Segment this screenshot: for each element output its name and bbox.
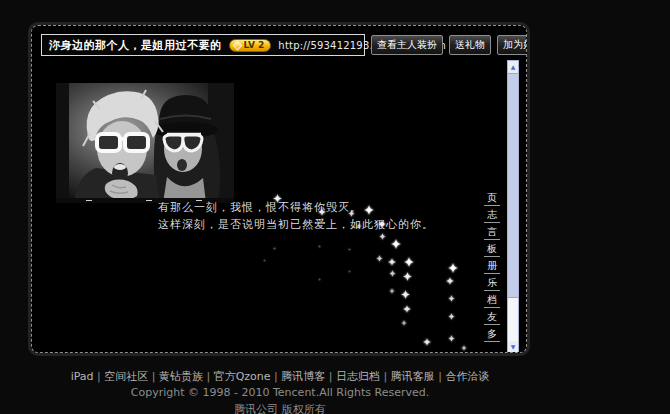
scrollbar-thumb[interactable] [508,73,518,298]
profile-title: 沵身边的那个人，是姐用过不要的 [49,38,222,53]
side-nav-divider [484,345,500,353]
sparkle-icon [379,233,386,240]
footer-link[interactable]: 空间社区 [104,370,148,383]
footer-link[interactable]: 日志归档 [336,370,380,383]
sparkle-icon [389,288,395,294]
side-nav-item[interactable]: 友 [484,311,500,325]
side-nav-item[interactable]: 乐 [484,277,500,291]
scroll-up-button[interactable]: ▲ [508,61,518,73]
top-bar: 沵身边的那个人，是姐用过不要的 LV 2 http://593412193.qz… [41,34,518,56]
qzone-canvas: 沵身边的那个人，是姐用过不要的 LV 2 http://593412193.qz… [31,25,527,353]
sparkle-icon [389,270,396,277]
add-friend-button[interactable]: 加为好友 [497,35,527,55]
footer-separator: | [380,370,391,383]
footer-separator: | [94,370,105,383]
yellow-diamond-icon [232,40,242,50]
footer-separator: | [435,370,446,383]
side-nav-item[interactable]: 言 [484,226,500,240]
side-nav: 页志言板册乐档友多 [484,192,500,353]
qzone-frame: 沵身边的那个人，是姐用过不要的 LV 2 http://593412193.qz… [28,22,530,356]
copyright-text: Copyright © 1998 - 2010 Tencent.All Righ… [28,386,532,399]
caption-line-2: 这样深刻，是否说明当初已然爱上，如此狠心的你。 [158,216,434,233]
caption-text: 有那么一刻，我恨，恨不得将你毁灭。 这样深刻，是否说明当初已然爱上，如此狠心的你… [158,199,434,233]
footer: iPad | 空间社区 | 黄钻贵族 | 官方Qzone | 腾讯博客 | 日志… [28,369,532,414]
caption-line-1: 有那么一刻，我恨，恨不得将你毁灭。 [158,199,434,216]
sparkle-icon [273,247,276,250]
scrollbar[interactable]: ▲ ▼ [507,60,519,353]
view-dress-button[interactable]: 查看主人装扮 [371,35,443,55]
profile-banner: 沵身边的那个人，是姐用过不要的 LV 2 http://593412193.qz… [41,34,365,56]
send-gift-button[interactable]: 送礼物 [449,35,491,55]
side-nav-item[interactable]: 页 [484,192,500,206]
footer-links: iPad | 空间社区 | 黄钻贵族 | 官方Qzone | 腾讯博客 | 日志… [28,369,532,384]
footer-link[interactable]: iPad [71,370,94,383]
footer-separator: | [325,370,336,383]
sparkle-icon [404,257,414,267]
sparkle-icon [461,345,467,351]
sparkle-icon [348,270,351,273]
footer-link[interactable]: 官方Qzone [214,370,271,383]
side-nav-item[interactable]: 志 [484,209,500,223]
scroll-down-button[interactable]: ▼ [508,341,518,353]
diamond-level-label: LV 2 [244,39,265,52]
footer-separator: | [271,370,282,383]
footer-link[interactable]: 黄钻贵族 [159,370,203,383]
sparkle-icon [318,245,321,248]
sparkle-icon [318,278,321,281]
footer-link[interactable]: 合作洽谈 [445,370,489,383]
sparkle-icon [263,259,266,262]
side-nav-item[interactable]: 多 [484,328,500,342]
side-nav-item[interactable]: 档 [484,294,500,308]
side-nav-item[interactable]: 板 [484,243,500,257]
footer-link[interactable]: 腾讯客服 [391,370,435,383]
sparkle-icon [448,263,458,273]
company-text: 腾讯公司 版权所有 [28,402,532,414]
sparkle-icon [448,295,455,302]
sparkle-icon [348,248,351,251]
sparkle-icon [401,320,407,326]
footer-separator: | [148,370,159,383]
yellow-diamond-badge[interactable]: LV 2 [229,39,272,52]
footer-separator: | [203,370,214,383]
sparkle-icon [448,313,455,320]
sparkle-icon [401,290,410,299]
side-nav-item[interactable]: 册 [484,260,500,274]
sparkle-icon [403,272,412,281]
sparkle-icon [446,277,454,285]
sparkle-icon [391,239,401,249]
profile-photo [56,83,234,203]
sparkle-icon [423,338,431,346]
sparkle-icon [448,335,455,342]
sparkle-icon [388,258,396,266]
sparkle-icon [403,305,411,313]
footer-link[interactable]: 腾讯博客 [281,370,325,383]
sparkle-icon [376,255,383,262]
